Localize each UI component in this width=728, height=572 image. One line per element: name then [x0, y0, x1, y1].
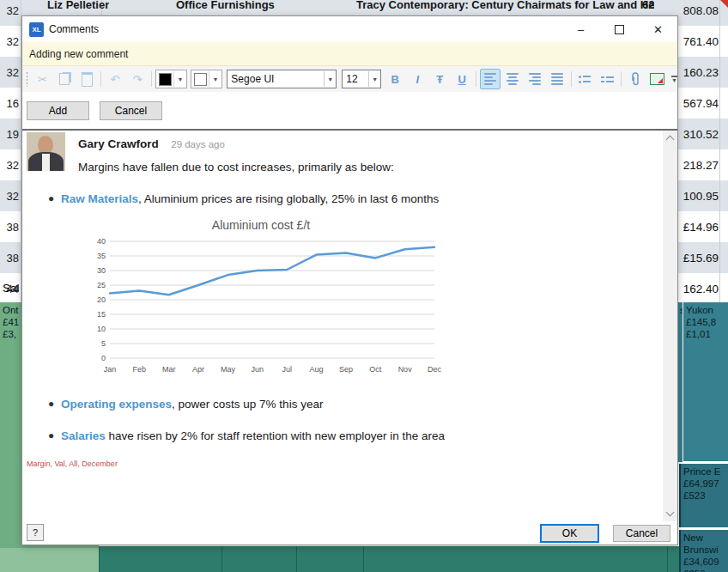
treemap-block-yukon[interactable]: Yukon£145,8£1,01	[683, 302, 728, 461]
copy-button[interactable]	[54, 69, 75, 89]
column-gridline	[719, 0, 720, 302]
bullet-lead-link[interactable]: Operating expenses	[61, 398, 172, 411]
cut-button[interactable]: ✂	[32, 69, 52, 89]
insert-image-button[interactable]	[647, 69, 668, 89]
treemap-block-prince-edward[interactable]: Prince E£64,997£523	[679, 464, 728, 527]
align-justify-button[interactable]	[547, 69, 567, 89]
comment-timestamp: 29 days ago	[171, 139, 225, 149]
app-icon: XL	[29, 22, 44, 37]
redo-button[interactable]: ↷	[127, 69, 148, 89]
chevron-down-icon[interactable]: ▼	[368, 71, 380, 87]
cell-left-number[interactable]: 38	[0, 252, 19, 265]
paperclip-icon	[629, 72, 641, 86]
scroll-up-icon[interactable]	[666, 136, 675, 144]
dialog-footer: ? OK Cancel	[22, 521, 677, 545]
bullet-lead-link[interactable]: Raw Materials	[61, 192, 138, 205]
svg-text:35: 35	[97, 252, 106, 260]
cell-left-number[interactable]: 32	[0, 35, 19, 48]
svg-text:0: 0	[101, 354, 106, 362]
treemap-block[interactable]	[0, 548, 99, 572]
cell-product[interactable]: Tracy Contemporary: Century Chairmats fo…	[356, 0, 654, 13]
cell-category[interactable]: Office Furnishings	[176, 0, 275, 13]
cell-left-number[interactable]: 32	[0, 66, 19, 79]
chevron-down-icon[interactable]: ▼	[324, 71, 336, 87]
font-color-picker[interactable]: ▼	[155, 70, 187, 88]
treemap-block[interactable]	[363, 546, 667, 572]
title-bar[interactable]: XL Comments – ✕	[22, 16, 677, 42]
bold-button[interactable]: B	[385, 69, 405, 89]
cell-left-number[interactable]: 32	[0, 4, 19, 17]
treemap-label: £523	[683, 490, 728, 502]
undo-button[interactable]: ↶	[105, 69, 125, 89]
status-banner: Adding new comment	[22, 42, 677, 66]
bullet-lead-link[interactable]: Salaries	[61, 429, 106, 442]
cell-left-number[interactable]: 16	[0, 97, 19, 110]
svg-text:Aug: Aug	[310, 365, 324, 374]
bullet-list-button[interactable]	[574, 69, 595, 89]
font-name-select[interactable]: Segoe UI▼	[227, 70, 337, 88]
cell-left-number[interactable]: 38	[0, 221, 19, 234]
close-icon: ✕	[653, 23, 663, 36]
chevron-down-icon[interactable]: ▼	[173, 71, 185, 87]
paste-button[interactable]	[76, 69, 97, 89]
cell-left-number[interactable]: 19	[0, 128, 19, 141]
paste-icon	[82, 72, 93, 87]
comments-dialog: XL Comments – ✕ Adding new comment ✂ ↶ ↷…	[21, 15, 678, 545]
svg-text:May: May	[221, 365, 236, 374]
align-right-button[interactable]	[525, 69, 545, 89]
underline-button[interactable]: U	[452, 69, 472, 89]
svg-text:20: 20	[97, 295, 106, 304]
font-size-select[interactable]: 12▼	[342, 70, 381, 88]
cancel-button[interactable]: Cancel	[613, 525, 670, 542]
underline-icon: U	[458, 73, 466, 86]
svg-text:5: 5	[101, 339, 106, 348]
italic-icon: I	[416, 73, 419, 86]
italic-button[interactable]: I	[407, 69, 428, 89]
font-name-value: Segoe UI	[228, 73, 324, 85]
toolbar-overflow-button[interactable]: ▼	[671, 76, 677, 82]
bullet-text: have risen by 2% for staff retention wit…	[106, 429, 445, 442]
comment-content-area: Gary Crawford 29 days ago Margins have f…	[22, 131, 677, 521]
overflow-arrow-icon: ▼	[671, 78, 677, 82]
align-center-icon	[507, 73, 519, 85]
comment-flag-icon	[720, 0, 728, 8]
cell-salesperson[interactable]: Liz Pelletier	[47, 0, 109, 13]
sales-section-label: Sal	[3, 282, 20, 295]
treemap-block[interactable]	[296, 546, 363, 572]
bullet-icon: ●	[48, 429, 61, 442]
comment-action-row: Add Cancel	[22, 92, 677, 131]
cell-qty[interactable]: 62	[642, 0, 654, 13]
chevron-down-icon[interactable]: ▼	[209, 71, 221, 87]
align-left-button[interactable]	[480, 69, 500, 89]
svg-text:Nov: Nov	[398, 365, 413, 374]
cancel-add-button[interactable]: Cancel	[100, 101, 162, 120]
cell-left-number[interactable]: 32	[0, 159, 19, 172]
align-center-button[interactable]	[502, 69, 523, 89]
treemap-block[interactable]	[99, 546, 221, 572]
close-button[interactable]: ✕	[639, 17, 677, 41]
cell-left-number[interactable]: 32	[0, 190, 19, 203]
copy-icon	[59, 73, 70, 85]
bullet-salaries: ● Salaries have risen by 2% for staff re…	[48, 429, 658, 442]
font-size-value: 12	[343, 73, 368, 85]
treemap-block[interactable]	[221, 546, 296, 572]
maximize-button[interactable]	[600, 17, 639, 41]
help-button[interactable]: ?	[27, 524, 44, 541]
ok-button[interactable]: OK	[541, 525, 598, 542]
comment-item: Gary Crawford 29 days ago Margins have f…	[27, 132, 658, 468]
toolbar-grip-handle[interactable]	[26, 71, 27, 87]
numbered-list-button[interactable]	[597, 69, 617, 89]
scroll-down-icon[interactable]	[666, 508, 675, 517]
content-scrollbar[interactable]	[663, 131, 677, 521]
strikethrough-button[interactable]: Ŧ	[429, 69, 450, 89]
attach-button[interactable]	[625, 69, 646, 89]
minimize-button[interactable]: –	[561, 17, 600, 41]
treemap-block[interactable]	[667, 546, 679, 572]
treemap-label: £1,01	[686, 328, 728, 340]
bullet-icon: ●	[48, 192, 61, 205]
add-button[interactable]: Add	[27, 101, 89, 120]
bullet-raw-materials: ● Raw Materials, Aluminium prices are ri…	[48, 192, 658, 205]
svg-text:15: 15	[97, 310, 106, 319]
fill-color-picker[interactable]: ▼	[191, 70, 222, 88]
treemap-block-new-brunswick[interactable]: NewBrunswi£34,609£256	[679, 530, 728, 572]
